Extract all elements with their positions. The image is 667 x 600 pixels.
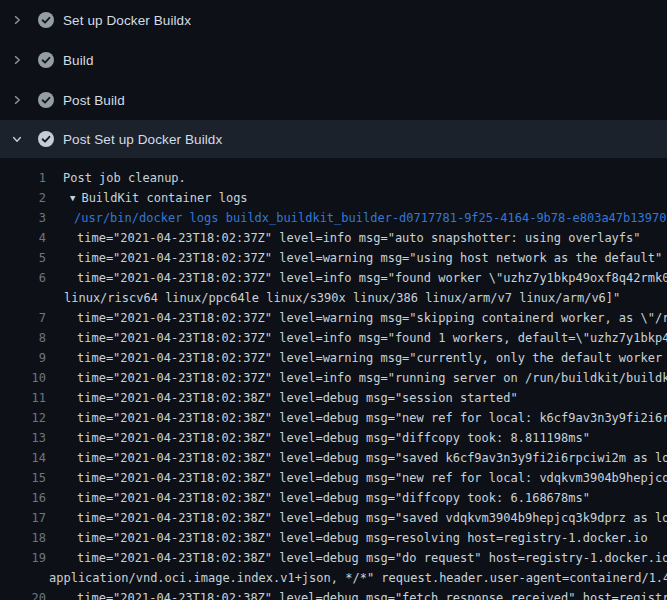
log-line: application/vnd.oci.image.index.v1+json,… — [0, 568, 667, 588]
log-line-text: time="2021-04-23T18:02:37Z" level=info m… — [77, 228, 641, 248]
step-header-build[interactable]: Build — [0, 40, 667, 80]
log-line-number[interactable]: 20 — [0, 588, 46, 600]
log-line-number[interactable]: 8 — [0, 328, 46, 348]
log-line: 10time="2021-04-23T18:02:37Z" level=info… — [0, 368, 667, 388]
log-line-number[interactable]: 10 — [0, 368, 46, 388]
log-line: 15time="2021-04-23T18:02:38Z" level=debu… — [0, 468, 667, 488]
log-line: 3/usr/bin/docker logs buildx_buildkit_bu… — [0, 208, 667, 228]
step-label: Set up Docker Buildx — [63, 13, 191, 28]
log-line-number[interactable]: 16 — [0, 488, 46, 508]
log-line-number[interactable]: 12 — [0, 408, 46, 428]
log-line-text: Post job cleanup. — [63, 168, 186, 188]
log-line: 16time="2021-04-23T18:02:38Z" level=debu… — [0, 488, 667, 508]
log-line: 19time="2021-04-23T18:02:38Z" level=debu… — [0, 548, 667, 568]
log-line: 12time="2021-04-23T18:02:38Z" level=debu… — [0, 408, 667, 428]
log-line: 7time="2021-04-23T18:02:37Z" level=warni… — [0, 308, 667, 328]
log-line-number[interactable]: 11 — [0, 388, 46, 408]
log-line: 13time="2021-04-23T18:02:38Z" level=debu… — [0, 428, 667, 448]
log-line: 6time="2021-04-23T18:02:37Z" level=info … — [0, 268, 667, 288]
check-circle-icon — [38, 52, 54, 68]
chevron-right-icon[interactable] — [0, 40, 34, 80]
log-line: linux/riscv64 linux/ppc64le linux/s390x … — [0, 288, 667, 308]
log-line-number[interactable]: 2 — [0, 188, 46, 208]
log-line-text: time="2021-04-23T18:02:38Z" level=debug … — [77, 408, 667, 428]
log-line-text: time="2021-04-23T18:02:38Z" level=debug … — [77, 508, 667, 528]
log-command-text: /usr/bin/docker logs buildx_buildkit_bui… — [74, 208, 666, 228]
log-line-text: time="2021-04-23T18:02:37Z" level=info m… — [77, 328, 667, 348]
step-header-setup-docker-buildx[interactable]: Set up Docker Buildx — [0, 0, 667, 40]
log-line-number — [0, 568, 46, 588]
log-line-number[interactable]: 4 — [0, 228, 46, 248]
log-line-text: linux/riscv64 linux/ppc64le linux/s390x … — [64, 288, 620, 308]
log-line-text: time="2021-04-23T18:02:38Z" level=debug … — [77, 528, 648, 548]
chevron-down-icon[interactable] — [0, 119, 34, 159]
log-line-number[interactable]: 3 — [0, 208, 46, 228]
log-line-number[interactable]: 15 — [0, 468, 46, 488]
log-line-number[interactable]: 18 — [0, 528, 46, 548]
log-line: 17time="2021-04-23T18:02:38Z" level=debu… — [0, 508, 667, 528]
chevron-right-icon[interactable] — [0, 0, 34, 40]
log-line: 2▼BuildKit container logs — [0, 188, 667, 208]
log-line-text: time="2021-04-23T18:02:37Z" level=warnin… — [77, 308, 667, 328]
log-line-number[interactable]: 1 — [0, 168, 46, 188]
log-line: 20time="2021-04-23T18:02:38Z" level=debu… — [0, 588, 667, 600]
log-line-text: time="2021-04-23T18:02:38Z" level=debug … — [77, 488, 590, 508]
step-label: Post Set up Docker Buildx — [63, 132, 222, 147]
log-line-number[interactable]: 17 — [0, 508, 46, 528]
log-line-number[interactable]: 13 — [0, 428, 46, 448]
log-line-text: time="2021-04-23T18:02:37Z" level=warnin… — [77, 248, 662, 268]
log-line-text: time="2021-04-23T18:02:37Z" level=warnin… — [77, 348, 667, 368]
log-line: 9time="2021-04-23T18:02:37Z" level=warni… — [0, 348, 667, 368]
log-line-text: time="2021-04-23T18:02:38Z" level=debug … — [77, 448, 667, 468]
log-line-text: time="2021-04-23T18:02:37Z" level=info m… — [77, 368, 667, 388]
log-line: 18time="2021-04-23T18:02:38Z" level=debu… — [0, 528, 667, 548]
log-line-text: time="2021-04-23T18:02:38Z" level=debug … — [77, 468, 667, 488]
step-header-post-build[interactable]: Post Build — [0, 80, 667, 120]
log-line: 5time="2021-04-23T18:02:37Z" level=warni… — [0, 248, 667, 268]
log-line-text: time="2021-04-23T18:02:38Z" level=debug … — [77, 428, 590, 448]
log-line-number[interactable]: 19 — [0, 548, 46, 568]
log-line: 1Post job cleanup. — [0, 168, 667, 188]
group-expanded-caret-icon[interactable]: ▼ — [70, 193, 75, 203]
log-line-number[interactable]: 6 — [0, 268, 46, 288]
log-line: 14time="2021-04-23T18:02:38Z" level=debu… — [0, 448, 667, 468]
log-line-number[interactable]: 7 — [0, 308, 46, 328]
log-line-text: time="2021-04-23T18:02:38Z" level=debug … — [77, 548, 667, 568]
log-line-text: time="2021-04-23T18:02:37Z" level=info m… — [77, 268, 667, 288]
log-line: 8time="2021-04-23T18:02:37Z" level=info … — [0, 328, 667, 348]
check-circle-icon — [38, 12, 54, 28]
chevron-right-icon[interactable] — [0, 80, 34, 120]
step-label: Post Build — [63, 93, 125, 108]
log-viewer: 1Post job cleanup.2▼BuildKit container l… — [0, 158, 667, 600]
check-circle-icon — [38, 131, 54, 147]
log-line-text: time="2021-04-23T18:02:38Z" level=debug … — [77, 388, 518, 408]
steps-list: Set up Docker Buildx Build Post Build Po… — [0, 0, 667, 158]
log-line: 11time="2021-04-23T18:02:38Z" level=debu… — [0, 388, 667, 408]
check-circle-icon — [38, 92, 54, 108]
log-line-text: application/vnd.oci.image.index.v1+json,… — [49, 568, 667, 588]
step-header-post-setup-docker-buildx[interactable]: Post Set up Docker Buildx — [0, 120, 667, 158]
log-line-number[interactable]: 9 — [0, 348, 46, 368]
log-group-toggle[interactable]: ▼BuildKit container logs — [70, 188, 248, 208]
step-label: Build — [63, 53, 94, 68]
log-line: 4time="2021-04-23T18:02:37Z" level=info … — [0, 228, 667, 248]
log-line-text: time="2021-04-23T18:02:38Z" level=debug … — [77, 588, 667, 600]
log-line-number[interactable]: 5 — [0, 248, 46, 268]
log-line-number — [0, 288, 46, 308]
log-line-number[interactable]: 14 — [0, 448, 46, 468]
